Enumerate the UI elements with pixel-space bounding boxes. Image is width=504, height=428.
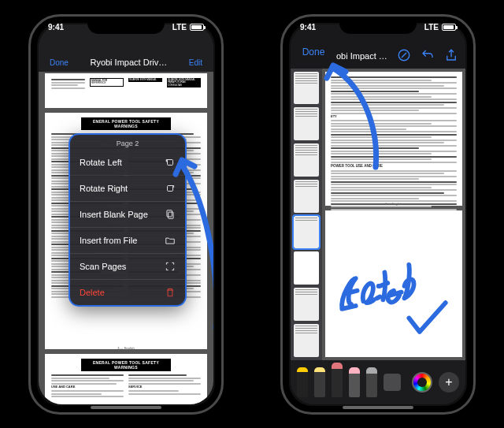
menu-delete[interactable]: Delete bbox=[70, 279, 185, 305]
home-indicator bbox=[91, 406, 161, 409]
tool-ruler[interactable] bbox=[384, 374, 401, 391]
annotation-arrow bbox=[172, 151, 213, 332]
screen-right: Done obi Impact Driv… bbox=[291, 24, 465, 404]
share-icon[interactable] bbox=[444, 48, 458, 62]
page-heading: ENERAL POWER TOOL SAFETY WARNINGS bbox=[81, 117, 171, 130]
menu-item-label: Rotate Right bbox=[80, 184, 128, 193]
page-thumbnail[interactable] bbox=[294, 180, 319, 213]
phone-right: 9:41 LTE Done obi Impact Driv… bbox=[280, 14, 476, 415]
status-time: 9:41 bbox=[300, 23, 316, 32]
tool-pencil[interactable] bbox=[332, 363, 343, 397]
screen-left: Done Ryobi Impact Driv… Edit MANUAL FORR… bbox=[39, 24, 213, 404]
done-label: Done bbox=[302, 47, 325, 58]
menu-insert-blank[interactable]: Insert Blank Page bbox=[70, 201, 185, 227]
page-thumbnail[interactable] bbox=[294, 324, 319, 357]
tool-marker[interactable] bbox=[314, 367, 325, 397]
pdf-page[interactable]: ENERAL POWER TOOL SAFETY WARNINGS USE AN… bbox=[45, 354, 207, 404]
tool-lasso[interactable] bbox=[366, 367, 377, 397]
page-thumbnail[interactable] bbox=[294, 107, 319, 140]
menu-rotate-right[interactable]: Rotate Right bbox=[70, 175, 185, 201]
tool-eraser[interactable] bbox=[349, 367, 360, 397]
back-button[interactable]: Done bbox=[50, 58, 69, 67]
menu-item-label: Delete bbox=[80, 288, 105, 297]
markup-toolbar: + bbox=[291, 360, 465, 404]
color-picker[interactable] bbox=[412, 372, 432, 393]
notch bbox=[87, 17, 165, 34]
annotation-arrow bbox=[322, 61, 385, 171]
page-heading: ENERAL POWER TOOL SAFETY WARNINGS bbox=[81, 359, 171, 371]
pdf-page[interactable]: MANUAL FORREFERENCE GUARDE ESTE MANUAL G… bbox=[45, 73, 207, 108]
status-time: 9:41 bbox=[48, 23, 64, 32]
doc-title: Ryobi Impact Driv… bbox=[69, 58, 189, 67]
status-carrier: LTE bbox=[424, 23, 439, 32]
battery-icon bbox=[190, 24, 204, 31]
handwriting-annotation bbox=[325, 210, 462, 357]
edit-button[interactable]: Edit bbox=[189, 58, 202, 67]
add-button[interactable]: + bbox=[439, 372, 459, 393]
home-indicator bbox=[343, 406, 413, 409]
svg-rect-2 bbox=[167, 210, 172, 216]
menu-page-label: Page 2 bbox=[70, 135, 185, 150]
phone-left: 9:41 LTE Done Ryobi Impact Driv… Edit MA… bbox=[28, 14, 224, 415]
menu-item-label: Insert Blank Page bbox=[80, 210, 148, 219]
undo-icon[interactable] bbox=[421, 48, 435, 62]
pdf-page-annotated[interactable] bbox=[325, 210, 462, 357]
status-carrier: LTE bbox=[172, 23, 187, 32]
menu-insert-file[interactable]: Insert from File bbox=[70, 227, 185, 253]
thumbnail-strip[interactable] bbox=[291, 69, 322, 360]
menu-scan-pages[interactable]: Scan Pages bbox=[70, 253, 185, 279]
page-thumbnail[interactable] bbox=[294, 288, 319, 321]
menu-item-label: Rotate Left bbox=[80, 158, 122, 167]
battery-icon bbox=[442, 24, 456, 31]
tool-pen[interactable] bbox=[297, 367, 308, 397]
notch bbox=[339, 17, 417, 34]
page-thumbnail[interactable] bbox=[294, 216, 319, 249]
menu-item-label: Scan Pages bbox=[80, 262, 126, 271]
menu-rotate-left[interactable]: Rotate Left bbox=[70, 150, 185, 175]
page-context-menu: Page 2 Rotate Left Rotate Right Insert B… bbox=[69, 133, 187, 307]
menu-item-label: Insert from File bbox=[80, 236, 137, 245]
page-thumbnail[interactable] bbox=[294, 72, 319, 105]
markup-icon[interactable] bbox=[397, 48, 411, 62]
page-thumbnail[interactable] bbox=[294, 143, 319, 177]
page-thumbnail[interactable] bbox=[294, 251, 319, 285]
